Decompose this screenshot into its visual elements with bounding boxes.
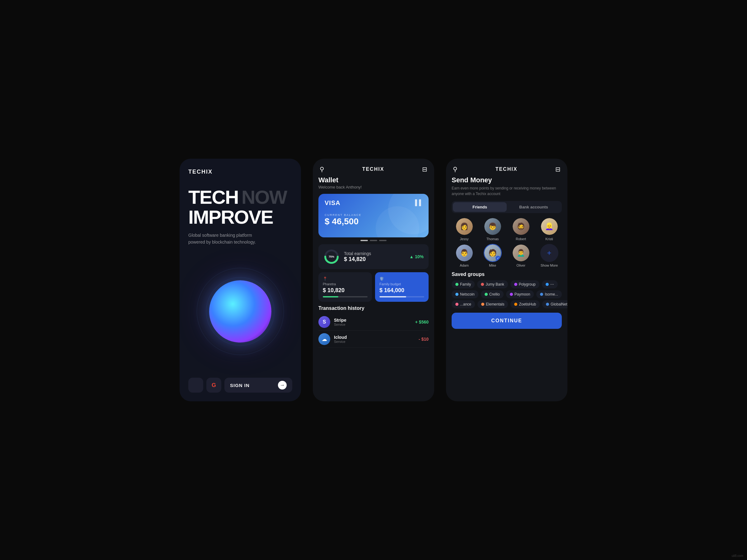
stripe-amount: + $560: [415, 320, 429, 324]
extra1-label: ⋯: [550, 282, 554, 287]
icloud-info: Icloud Service: [334, 335, 415, 344]
friend-name-adam: Adam: [460, 264, 469, 267]
family-icon: 🛡️: [380, 276, 424, 281]
netscoin-label: Netscoin: [460, 292, 475, 296]
extra1-dot: [546, 283, 549, 286]
friend-item-oliver[interactable]: 👨‍🦱 Oliver: [508, 244, 534, 267]
family-label: Family: [460, 282, 471, 287]
google-icon: G: [212, 382, 216, 389]
apple-signin-button[interactable]: [188, 378, 203, 393]
family-progress-fill: [380, 296, 406, 297]
earnings-pct: ▲ 10%: [409, 254, 423, 259]
ance-label: ...ance: [460, 302, 471, 306]
visa-card[interactable]: VISA ▌▌ CURRENT BALANCE $ 46,500: [318, 194, 429, 237]
group-tag-polygroup[interactable]: Polygroup: [511, 280, 539, 288]
signin-button[interactable]: SIGN IN →: [225, 378, 292, 393]
group-tag-jumy[interactable]: Jumy Bank: [477, 280, 508, 288]
tx-section-title: Transaction history: [318, 305, 429, 311]
group-tag-isome[interactable]: Isome...: [536, 290, 562, 298]
groups-row-3: ...ance Elementals ZoetisHub GlobalNet..…: [452, 300, 562, 308]
budget-row: 📍 Pharetra $ 10,820 🛡️ Family budget $ 1…: [318, 272, 429, 302]
avatar-adam: 👨: [455, 244, 473, 262]
elementals-label: Elementals: [486, 302, 504, 306]
dot-1: [360, 240, 368, 241]
dot-2: [370, 240, 377, 241]
mike-selected-check: ✓: [495, 256, 500, 261]
topbar-send: ⚲ TECHIX ⊟: [446, 159, 567, 176]
elementals-dot: [481, 303, 484, 306]
avatar-img-oliver: 👨‍🦱: [513, 244, 530, 261]
zoetis-dot: [514, 303, 517, 306]
budget-card-family[interactable]: 🛡️ Family budget $ 164,000: [375, 272, 429, 302]
search-icon-send[interactable]: ⚲: [453, 165, 458, 173]
isome-dot: [540, 293, 543, 296]
friend-name-oliver: Oliver: [516, 264, 525, 267]
wallet-title: Wallet: [318, 176, 429, 184]
friend-item-jessy[interactable]: 👩 Jessy: [452, 217, 477, 241]
friend-item-adam[interactable]: 👨 Adam: [452, 244, 477, 267]
filter-icon[interactable]: ⊟: [422, 165, 427, 173]
logo-screen2: TECHIX: [362, 166, 384, 172]
paymoon-dot: [510, 293, 513, 296]
friend-item-kristi[interactable]: 👱‍♀️ Kristi: [537, 217, 562, 241]
globalnet-dot: [546, 303, 549, 306]
group-tag-elementals[interactable]: Elementals: [478, 300, 508, 308]
visa-brand: VISA: [325, 199, 422, 207]
paymoon-label: Paymoon: [515, 292, 531, 296]
screen-send-money: ⚲ TECHIX ⊟ Send Money Earn even more poi…: [446, 159, 567, 401]
avatar-img-kristi: 👱‍♀️: [541, 218, 558, 235]
saved-groups-title: Saved groups: [452, 272, 562, 277]
friend-item-thomas[interactable]: 👦 Thomas: [480, 217, 505, 241]
topbar-wallet: ⚲ TECHIX ⊟: [313, 159, 434, 176]
send-money-content: Send Money Earn even more points by send…: [446, 176, 567, 401]
jumy-dot: [481, 283, 484, 286]
friend-item-robert[interactable]: 🧔 Robert: [508, 217, 534, 241]
earnings-row: 75% Total earnings $ 14,820 ▲ 10%: [318, 244, 429, 269]
group-tag-extra1[interactable]: ⋯: [542, 280, 558, 288]
avatar-thomas: 👦: [484, 217, 502, 236]
group-tag-family[interactable]: Family: [452, 280, 475, 288]
avatar-kristi: 👱‍♀️: [540, 217, 558, 236]
group-tag-ance[interactable]: ...ance: [452, 300, 475, 308]
hero-improve: IMPROVE: [188, 208, 292, 227]
tx-item-icloud[interactable]: ☁ Icloud Service - $10: [318, 331, 429, 348]
hero-tech: TECH: [188, 188, 238, 207]
poly-label: Polygroup: [519, 282, 536, 287]
group-tag-zoetishub[interactable]: ZoetisHub: [511, 300, 540, 308]
isome-label: Isome...: [545, 292, 558, 296]
friend-name-show-more: Show More: [541, 264, 558, 267]
avatar-img-jessy: 👩: [456, 218, 473, 235]
zoetis-label: ZoetisHub: [519, 302, 536, 306]
globe-container: [188, 249, 292, 374]
icloud-amount: - $10: [419, 337, 429, 342]
send-tabs: Friends Bank accounts: [452, 201, 562, 213]
tab-bank-accounts[interactable]: Bank accounts: [507, 202, 561, 212]
filter-icon-send[interactable]: ⊟: [555, 165, 561, 173]
group-tag-netscoin[interactable]: Netscoin: [452, 290, 479, 298]
logo-screen1: TECHIX: [188, 169, 292, 175]
groups-row-1: Family Jumy Bank Polygroup ⋯: [452, 280, 562, 288]
group-tag-paymoon[interactable]: Paymoon: [506, 290, 534, 298]
crellio-dot: [485, 293, 488, 296]
continue-button[interactable]: CONTINUE: [452, 313, 562, 329]
send-money-subtitle: Earn even more points by sending or rece…: [452, 185, 562, 196]
earnings-info: Total earnings $ 14,820: [344, 251, 405, 263]
hero-now: NOW: [241, 188, 287, 207]
icloud-avatar: ☁: [318, 333, 330, 345]
globalnet-label: GlobalNet...: [550, 302, 567, 306]
group-tag-globalnet[interactable]: GlobalNet...: [542, 300, 567, 308]
dot-3: [379, 240, 387, 241]
budget-card-pharetra[interactable]: 📍 Pharetra $ 10,820: [318, 272, 372, 302]
search-icon[interactable]: ⚲: [320, 165, 324, 173]
group-tag-crellio[interactable]: Crellio: [481, 290, 504, 298]
google-signin-button[interactable]: G: [206, 378, 221, 393]
tx-item-stripe[interactable]: S Stripe Service + $560: [318, 314, 429, 331]
friend-item-show-more[interactable]: + Show More: [537, 244, 562, 267]
friend-item-mike[interactable]: 🧑 ✓ Mike: [480, 244, 505, 267]
avatar-mike: 🧑 ✓: [484, 244, 502, 262]
signin-label: SIGN IN: [230, 383, 250, 388]
friend-name-kristi: Kristi: [545, 237, 553, 241]
stripe-name: Stripe: [334, 318, 411, 323]
friend-name-robert: Robert: [516, 237, 526, 241]
tab-friends[interactable]: Friends: [453, 202, 507, 212]
